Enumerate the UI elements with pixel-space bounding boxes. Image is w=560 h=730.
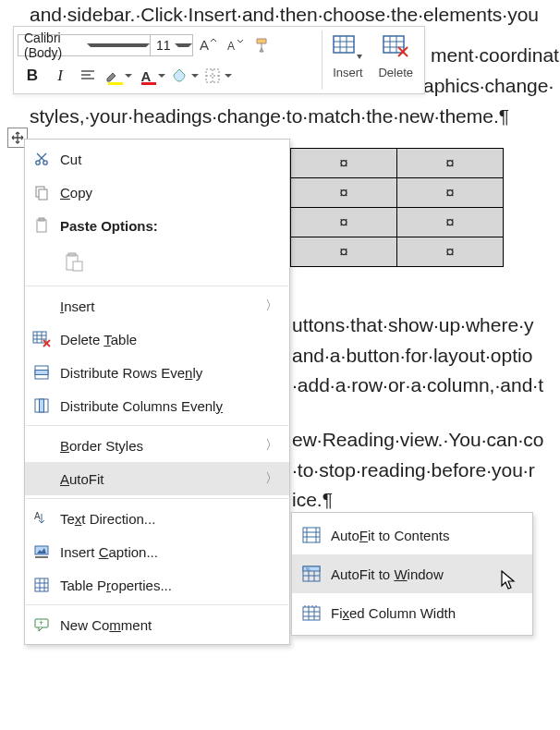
submenu-autofit-contents[interactable]: AutoFit to Contents (292, 516, 532, 554)
document-table[interactable]: ¤¤ ¤¤ ¤¤ ¤¤ (290, 148, 504, 267)
table-row: ¤¤ (291, 237, 504, 267)
insert-table-group[interactable]: Insert (324, 30, 371, 91)
caption-icon (25, 543, 58, 560)
autofit-contents-icon (292, 526, 331, 544)
menu-new-comment[interactable]: + New Comment (25, 608, 289, 641)
insert-label: Insert (333, 64, 363, 83)
highlight-color-button[interactable] (103, 63, 134, 89)
table-cell[interactable]: ¤ (397, 178, 504, 208)
menu-autofit[interactable]: AutoFit 〉 (25, 462, 289, 495)
paste-options-row (25, 242, 289, 283)
delete-label: Delete (378, 64, 413, 83)
svg-rect-28 (68, 253, 76, 256)
menu-separator (26, 425, 288, 426)
table-cell[interactable]: ¤ (291, 149, 397, 178)
borders-button[interactable] (202, 63, 234, 89)
table-cell[interactable]: ¤ (397, 149, 504, 178)
svg-rect-8 (334, 36, 354, 53)
font-name-combo[interactable]: Calibri (Body) (18, 34, 151, 56)
table-row: ¤¤ (291, 149, 504, 178)
shading-button[interactable] (169, 63, 201, 89)
menu-copy[interactable]: Copy (25, 176, 289, 209)
menu-delete-table[interactable]: Delete Table (25, 322, 289, 356)
svg-rect-26 (39, 218, 44, 221)
submenu-autofit-window[interactable]: % AutoFit to Window (292, 554, 532, 593)
table-context-menu: Cut Copy Paste Options: Insert 〉 Delete … (24, 139, 290, 645)
svg-rect-24 (39, 189, 47, 200)
autofit-submenu: AutoFit to Contents % AutoFit to Window … (291, 512, 533, 636)
shrink-font-button[interactable]: A (221, 32, 249, 58)
text-direction-icon: A (25, 510, 58, 527)
chevron-down-icon[interactable] (175, 35, 193, 55)
comment-icon: + (25, 616, 58, 633)
table-cell[interactable]: ¤ (397, 237, 504, 267)
svg-text:A: A (34, 511, 41, 521)
table-cell[interactable]: ¤ (291, 178, 397, 208)
menu-separator (26, 498, 288, 499)
align-button[interactable] (75, 63, 101, 89)
italic-button[interactable]: I (47, 63, 73, 89)
svg-rect-5 (206, 69, 219, 82)
doc-line: aphics·change· (423, 71, 554, 102)
mini-toolbar: Calibri (Body) 11 A A B I (13, 26, 425, 94)
copy-icon (25, 184, 58, 201)
svg-rect-63 (303, 607, 320, 620)
paste-keep-source-button[interactable] (58, 247, 90, 278)
svg-marker-13 (357, 55, 362, 59)
bold-button[interactable]: B (19, 63, 45, 89)
doc-paragraph: ew·Reading·view.·You·can·co ·to·stop·rea… (292, 425, 543, 516)
svg-rect-29 (73, 262, 82, 271)
doc-paragraph: uttons·that·show·up·where·y and·a·button… (292, 310, 543, 401)
table-properties-icon (25, 577, 58, 593)
format-painter-button[interactable] (249, 32, 276, 58)
chevron-right-icon: 〉 (265, 437, 278, 454)
fixed-width-icon (292, 603, 331, 622)
svg-point-22 (43, 161, 47, 164)
font-size-combo[interactable]: 11 (151, 34, 193, 56)
menu-paste-options: Paste Options: (25, 209, 289, 242)
svg-text:+: + (39, 618, 43, 627)
menu-text-direction[interactable]: A Text Direction... (25, 502, 289, 535)
menu-insert-caption[interactable]: Insert Caption... (25, 535, 289, 568)
chevron-down-icon[interactable] (87, 35, 150, 55)
menu-distribute-rows[interactable]: Distribute Rows Evenly (25, 356, 289, 389)
scissors-icon (25, 151, 58, 167)
autofit-window-icon: % (292, 565, 331, 583)
distribute-columns-icon (25, 397, 58, 414)
chevron-right-icon: 〉 (265, 470, 278, 487)
menu-table-properties[interactable]: Table Properties... (25, 568, 289, 602)
submenu-fixed-column-width[interactable]: Fixed Column Width (292, 593, 532, 632)
menu-border-styles[interactable]: Border Styles 〉 (25, 429, 289, 462)
svg-text:A: A (227, 40, 235, 53)
svg-text:A: A (200, 37, 209, 53)
svg-rect-52 (303, 528, 320, 542)
table-cell[interactable]: ¤ (291, 208, 397, 237)
table-cell[interactable]: ¤ (291, 237, 397, 267)
doc-line: ment·coordinat (431, 41, 559, 71)
delete-table-icon (25, 331, 58, 347)
menu-cut[interactable]: Cut (25, 142, 289, 176)
chevron-right-icon: 〉 (265, 298, 278, 314)
menu-insert[interactable]: Insert 〉 (25, 289, 289, 322)
menu-separator (26, 286, 288, 286)
table-row: ¤¤ (291, 208, 504, 237)
svg-rect-25 (37, 220, 46, 232)
distribute-rows-icon (25, 364, 58, 381)
doc-line: styles,·your·headings·change·to·match·th… (30, 102, 509, 132)
grow-font-button[interactable]: A (193, 32, 221, 58)
svg-rect-45 (35, 578, 48, 591)
menu-distribute-columns[interactable]: Distribute Columns Evenly (25, 389, 289, 422)
svg-point-21 (36, 161, 40, 164)
table-row: ¤¤ (291, 178, 504, 208)
clipboard-icon (25, 217, 58, 234)
svg-text:%: % (306, 566, 310, 572)
svg-rect-40 (40, 399, 44, 412)
delete-table-group[interactable]: Delete (371, 30, 420, 91)
font-color-button[interactable]: A (136, 63, 167, 89)
svg-rect-38 (35, 371, 48, 375)
table-cell[interactable]: ¤ (397, 208, 504, 237)
menu-separator (26, 604, 288, 605)
